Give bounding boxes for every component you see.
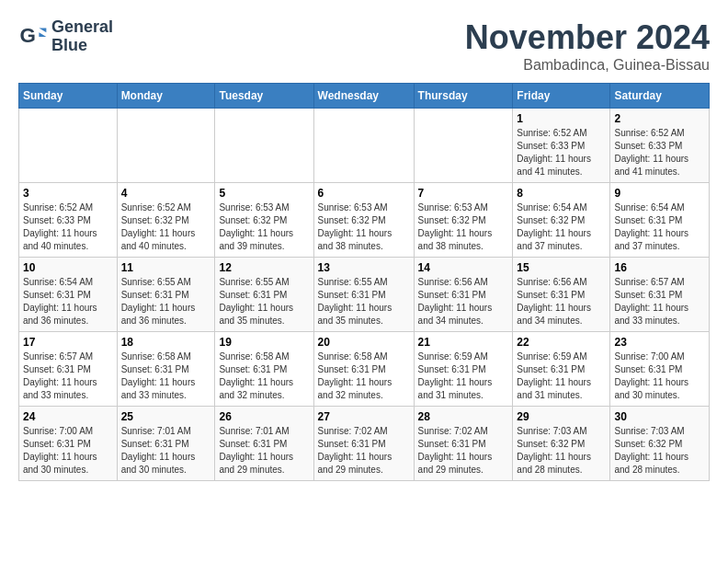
day-info: Sunrise: 6:53 AM Sunset: 6:32 PM Dayligh…	[318, 201, 410, 253]
day-info: Sunrise: 6:56 AM Sunset: 6:31 PM Dayligh…	[517, 276, 606, 327]
day-number: 4	[121, 187, 211, 200]
calendar-cell: 17Sunrise: 6:57 AM Sunset: 6:31 PM Dayli…	[19, 332, 118, 407]
calendar-cell: 11Sunrise: 6:55 AM Sunset: 6:31 PM Dayli…	[117, 258, 215, 332]
weekday-header-row: SundayMondayTuesdayWednesdayThursdayFrid…	[19, 84, 710, 109]
calendar-cell: 1Sunrise: 6:52 AM Sunset: 6:33 PM Daylig…	[513, 109, 610, 183]
day-info: Sunrise: 7:00 AM Sunset: 6:31 PM Dayligh…	[23, 425, 113, 477]
weekday-header-monday: Monday	[117, 84, 215, 109]
day-number: 25	[121, 410, 211, 423]
calendar-cell: 4Sunrise: 6:52 AM Sunset: 6:32 PM Daylig…	[117, 183, 215, 258]
day-info: Sunrise: 6:58 AM Sunset: 6:31 PM Dayligh…	[219, 350, 309, 402]
logo-icon: G	[18, 22, 48, 52]
calendar-cell: 20Sunrise: 6:58 AM Sunset: 6:31 PM Dayli…	[313, 332, 414, 407]
weekday-header-sunday: Sunday	[19, 84, 118, 109]
svg-marker-1	[39, 28, 46, 32]
weekday-header-wednesday: Wednesday	[313, 84, 414, 109]
logo-line1: General	[51, 18, 113, 37]
day-number: 3	[23, 187, 113, 200]
calendar-table: SundayMondayTuesdayWednesdayThursdayFrid…	[18, 83, 710, 481]
calendar-cell: 30Sunrise: 7:03 AM Sunset: 6:32 PM Dayli…	[610, 407, 710, 481]
day-info: Sunrise: 6:53 AM Sunset: 6:32 PM Dayligh…	[418, 201, 509, 253]
day-info: Sunrise: 6:57 AM Sunset: 6:31 PM Dayligh…	[614, 276, 705, 327]
day-number: 28	[418, 410, 509, 423]
calendar-cell: 29Sunrise: 7:03 AM Sunset: 6:32 PM Dayli…	[513, 407, 610, 481]
day-info: Sunrise: 6:54 AM Sunset: 6:31 PM Dayligh…	[23, 276, 113, 327]
title-section: November 2024 Bambadinca, Guinea-Bissau	[465, 18, 710, 74]
calendar-cell: 14Sunrise: 6:56 AM Sunset: 6:31 PM Dayli…	[414, 258, 513, 332]
weekday-header-thursday: Thursday	[414, 84, 513, 109]
svg-marker-2	[39, 32, 46, 37]
calendar-cell: 26Sunrise: 7:01 AM Sunset: 6:31 PM Dayli…	[215, 407, 313, 481]
day-info: Sunrise: 6:56 AM Sunset: 6:31 PM Dayligh…	[418, 276, 509, 327]
calendar-cell: 18Sunrise: 6:58 AM Sunset: 6:31 PM Dayli…	[117, 332, 215, 407]
day-number: 17	[23, 336, 113, 349]
day-number: 9	[614, 187, 705, 200]
calendar-cell: 10Sunrise: 6:54 AM Sunset: 6:31 PM Dayli…	[19, 258, 118, 332]
day-number: 11	[121, 261, 211, 274]
calendar-cell: 9Sunrise: 6:54 AM Sunset: 6:31 PM Daylig…	[610, 183, 710, 258]
day-info: Sunrise: 6:55 AM Sunset: 6:31 PM Dayligh…	[219, 276, 309, 327]
day-number: 1	[517, 112, 606, 125]
calendar-cell: 13Sunrise: 6:55 AM Sunset: 6:31 PM Dayli…	[313, 258, 414, 332]
day-number: 7	[418, 187, 509, 200]
day-number: 13	[318, 261, 410, 274]
day-number: 21	[418, 336, 509, 349]
week-row-5: 24Sunrise: 7:00 AM Sunset: 6:31 PM Dayli…	[19, 407, 710, 481]
day-info: Sunrise: 6:52 AM Sunset: 6:33 PM Dayligh…	[614, 127, 705, 178]
day-number: 20	[318, 336, 410, 349]
day-number: 8	[517, 187, 606, 200]
calendar-cell: 24Sunrise: 7:00 AM Sunset: 6:31 PM Dayli…	[19, 407, 118, 481]
calendar-cell: 12Sunrise: 6:55 AM Sunset: 6:31 PM Dayli…	[215, 258, 313, 332]
day-number: 16	[614, 261, 705, 274]
day-number: 29	[517, 410, 606, 423]
day-number: 14	[418, 261, 509, 274]
day-number: 22	[517, 336, 606, 349]
calendar-cell: 6Sunrise: 6:53 AM Sunset: 6:32 PM Daylig…	[313, 183, 414, 258]
weekday-header-saturday: Saturday	[610, 84, 710, 109]
calendar-cell: 2Sunrise: 6:52 AM Sunset: 6:33 PM Daylig…	[610, 109, 710, 183]
calendar-cell	[215, 109, 313, 183]
calendar-cell: 3Sunrise: 6:52 AM Sunset: 6:33 PM Daylig…	[19, 183, 118, 258]
week-row-4: 17Sunrise: 6:57 AM Sunset: 6:31 PM Dayli…	[19, 332, 710, 407]
page-header: G General Blue November 2024 Bambadinca,…	[18, 18, 710, 74]
calendar-cell: 15Sunrise: 6:56 AM Sunset: 6:31 PM Dayli…	[513, 258, 610, 332]
calendar-cell: 7Sunrise: 6:53 AM Sunset: 6:32 PM Daylig…	[414, 183, 513, 258]
logo-text: General Blue	[51, 18, 113, 55]
day-number: 12	[219, 261, 309, 274]
calendar-cell	[313, 109, 414, 183]
calendar-cell: 19Sunrise: 6:58 AM Sunset: 6:31 PM Dayli…	[215, 332, 313, 407]
day-info: Sunrise: 6:57 AM Sunset: 6:31 PM Dayligh…	[23, 350, 113, 402]
weekday-header-friday: Friday	[513, 84, 610, 109]
day-info: Sunrise: 7:01 AM Sunset: 6:31 PM Dayligh…	[121, 425, 211, 477]
week-row-1: 1Sunrise: 6:52 AM Sunset: 6:33 PM Daylig…	[19, 109, 710, 183]
day-number: 5	[219, 187, 309, 200]
day-info: Sunrise: 6:59 AM Sunset: 6:31 PM Dayligh…	[418, 350, 509, 402]
day-info: Sunrise: 6:58 AM Sunset: 6:31 PM Dayligh…	[121, 350, 211, 402]
day-info: Sunrise: 6:52 AM Sunset: 6:32 PM Dayligh…	[121, 201, 211, 253]
day-number: 10	[23, 261, 113, 274]
calendar-cell	[117, 109, 215, 183]
day-number: 2	[614, 112, 705, 125]
calendar-cell: 21Sunrise: 6:59 AM Sunset: 6:31 PM Dayli…	[414, 332, 513, 407]
calendar-cell: 27Sunrise: 7:02 AM Sunset: 6:31 PM Dayli…	[313, 407, 414, 481]
day-info: Sunrise: 7:03 AM Sunset: 6:32 PM Dayligh…	[614, 425, 705, 477]
day-info: Sunrise: 6:54 AM Sunset: 6:32 PM Dayligh…	[517, 201, 606, 253]
week-row-3: 10Sunrise: 6:54 AM Sunset: 6:31 PM Dayli…	[19, 258, 710, 332]
day-info: Sunrise: 7:02 AM Sunset: 6:31 PM Dayligh…	[418, 425, 509, 477]
day-info: Sunrise: 6:55 AM Sunset: 6:31 PM Dayligh…	[318, 276, 410, 327]
day-number: 6	[318, 187, 410, 200]
weekday-header-tuesday: Tuesday	[215, 84, 313, 109]
calendar-cell: 23Sunrise: 7:00 AM Sunset: 6:31 PM Dayli…	[610, 332, 710, 407]
location-title: Bambadinca, Guinea-Bissau	[465, 57, 710, 74]
day-number: 30	[614, 410, 705, 423]
day-number: 15	[517, 261, 606, 274]
calendar-cell: 16Sunrise: 6:57 AM Sunset: 6:31 PM Dayli…	[610, 258, 710, 332]
day-info: Sunrise: 7:01 AM Sunset: 6:31 PM Dayligh…	[219, 425, 309, 477]
day-info: Sunrise: 6:59 AM Sunset: 6:31 PM Dayligh…	[517, 350, 606, 402]
calendar-cell: 25Sunrise: 7:01 AM Sunset: 6:31 PM Dayli…	[117, 407, 215, 481]
calendar-cell: 5Sunrise: 6:53 AM Sunset: 6:32 PM Daylig…	[215, 183, 313, 258]
day-info: Sunrise: 6:53 AM Sunset: 6:32 PM Dayligh…	[219, 201, 309, 253]
calendar-cell	[19, 109, 118, 183]
month-title: November 2024	[465, 18, 710, 57]
day-info: Sunrise: 7:02 AM Sunset: 6:31 PM Dayligh…	[318, 425, 410, 477]
